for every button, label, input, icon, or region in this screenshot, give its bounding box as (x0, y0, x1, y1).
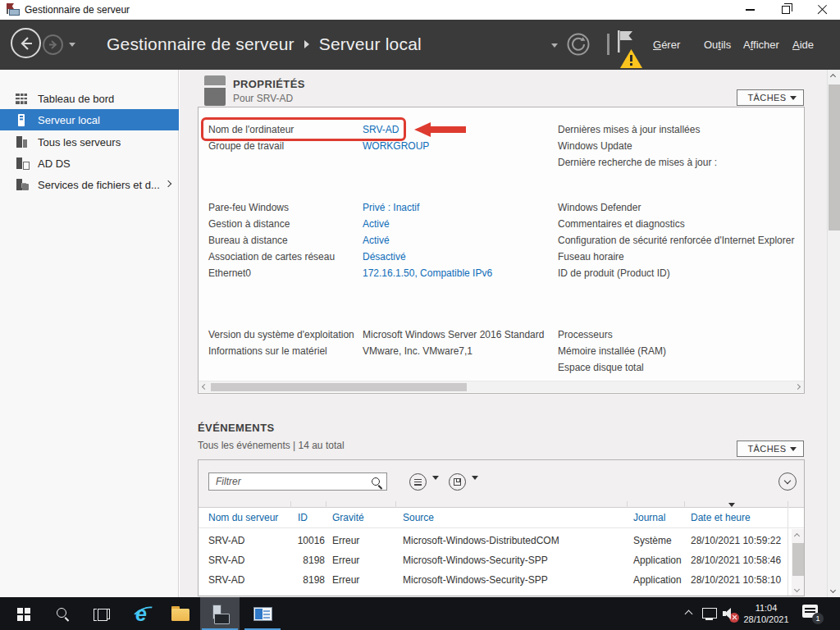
property-label: Configuration de sécurité renforcée d'In… (558, 232, 794, 249)
save-query-button[interactable] (449, 473, 466, 491)
close-icon (817, 5, 828, 16)
server-manager-icon (210, 604, 230, 623)
scroll-left-icon[interactable] (202, 384, 208, 390)
remote-management-link[interactable]: Activé (363, 216, 390, 232)
filter-input[interactable] (209, 473, 386, 490)
menu-outils[interactable]: Outils (704, 37, 731, 53)
task-view-button[interactable] (84, 597, 120, 630)
cell-source: Microsoft-Windows-Security-SPP (403, 550, 548, 570)
file-services-icon (15, 179, 29, 191)
breadcrumb-dropdown-button[interactable] (551, 43, 558, 48)
events-vertical-scrollbar[interactable] (792, 529, 805, 596)
tray-show-hidden-icons-button[interactable] (685, 610, 693, 619)
taskbar-search-button[interactable] (44, 597, 80, 630)
property-label: Espace disque total (558, 359, 644, 376)
notification-badge: 1 (812, 613, 824, 624)
sidebar-item-tous-les-serveurs[interactable]: Tous les serveurs (0, 131, 179, 153)
cell-datetime: 28/10/2021 10:58:10 (691, 570, 781, 590)
scroll-up-icon[interactable] (794, 533, 800, 539)
column-header-severity[interactable]: Gravité (332, 508, 364, 527)
network-icon[interactable] (702, 608, 716, 618)
ethernet-link[interactable]: 172.16.1.50, Compatible IPv6 (363, 265, 492, 281)
history-dropdown-button[interactable] (69, 43, 75, 47)
sidebar-item-ad-ds[interactable]: AD DS (0, 153, 179, 174)
breadcrumb-current[interactable]: Serveur local (319, 34, 422, 54)
toolbar-separator (607, 34, 609, 55)
event-row[interactable]: SRV-AD 8198 Erreur Microsoft-Windows-Sec… (199, 550, 789, 570)
cell-journal: Application (633, 550, 682, 570)
close-button[interactable] (804, 0, 840, 20)
cell-id: 10016 (272, 531, 325, 550)
scrollbar-thumb[interactable] (211, 383, 467, 391)
admin-tool-taskbar-button[interactable] (243, 597, 282, 630)
refresh-icon (567, 33, 590, 56)
menu-afficher[interactable]: Afficher (743, 37, 779, 53)
volume-muted-icon[interactable] (723, 607, 739, 620)
saved-queries-dropdown[interactable] (432, 480, 439, 495)
tray-date: 28/10/2021 (743, 614, 788, 625)
saved-queries-button[interactable] (409, 473, 427, 491)
chevron-down-icon (472, 476, 478, 494)
column-header-source[interactable]: Source (403, 508, 434, 527)
scrollbar-thumb[interactable] (792, 543, 804, 576)
properties-tasks-button[interactable]: TÂCHES (737, 89, 804, 106)
server-manager-taskbar-button[interactable] (200, 597, 240, 630)
sidebar-item-tableau-de-bord[interactable]: Tableau de bord (0, 88, 179, 109)
collapse-panel-button[interactable] (778, 472, 797, 491)
remote-desktop-link[interactable]: Activé (363, 232, 390, 249)
file-explorer-button[interactable] (162, 597, 199, 630)
navigation-bar: Gestionnaire de serveur Serveur local Gé… (0, 20, 840, 70)
scroll-right-icon[interactable] (795, 384, 801, 390)
firewall-link[interactable]: Privé : Inactif (363, 199, 419, 216)
tray-clock[interactable]: 11:04 28/10/2021 (740, 602, 792, 625)
internet-explorer-icon: e (135, 604, 147, 624)
refresh-button[interactable] (567, 33, 590, 56)
forward-button[interactable] (43, 34, 63, 55)
event-row[interactable]: SRV-AD 10016 Erreur Microsoft-Windows-Di… (199, 531, 789, 550)
notifications-flag-button[interactable] (617, 30, 650, 69)
search-icon[interactable] (371, 477, 382, 488)
scrollbar-thumb[interactable] (829, 84, 840, 231)
back-button[interactable] (11, 28, 41, 58)
property-row: Pare-feu WindowsPrivé : Inactif (208, 199, 419, 216)
list-icon (414, 479, 422, 486)
menu-gerer[interactable]: Gérer (653, 37, 680, 53)
task-view-icon (94, 608, 110, 620)
event-row[interactable]: SRV-AD 8198 Erreur Microsoft-Windows-Sec… (199, 570, 789, 590)
scroll-down-icon[interactable] (830, 587, 836, 593)
events-tasks-button[interactable]: TÂCHES (737, 441, 804, 457)
internet-explorer-button[interactable]: e (123, 597, 159, 630)
sidebar-item-label: Tableau de bord (38, 93, 114, 105)
local-server-icon (15, 114, 29, 126)
minimize-button[interactable] (732, 0, 768, 20)
properties-horizontal-scrollbar[interactable] (199, 381, 804, 392)
scroll-up-icon[interactable] (830, 74, 836, 80)
property-row: Bureau à distanceActivé (208, 232, 390, 249)
property-row: Version du système d'exploitationMicroso… (208, 326, 544, 343)
os-version-value: Microsoft Windows Server 2016 Standard (363, 326, 544, 343)
action-center-button[interactable]: 1 (802, 605, 822, 623)
minimize-icon (746, 9, 755, 11)
restore-button[interactable] (768, 0, 804, 20)
sidebar-item-services-fichiers[interactable]: Services de fichiers et d... (0, 174, 179, 195)
page-vertical-scrollbar[interactable] (827, 70, 840, 597)
column-header-journal[interactable]: Journal (633, 508, 665, 527)
column-header-datetime[interactable]: Date et heure (691, 508, 751, 527)
start-button[interactable] (5, 597, 41, 630)
sort-indicator-icon (728, 503, 735, 507)
properties-subtitle: Pour SRV-AD (233, 93, 293, 104)
breadcrumb-separator-icon (304, 40, 309, 48)
folder-icon (171, 609, 189, 621)
red-annotation-arrow (414, 122, 466, 137)
restore-icon (782, 6, 790, 14)
column-header-server[interactable]: Nom du serveur (208, 508, 278, 527)
save-query-dropdown[interactable] (472, 480, 478, 495)
property-label: Dernières mises à jour installées (558, 121, 700, 138)
sidebar-item-serveur-local[interactable]: Serveur local (0, 109, 179, 130)
nic-teaming-link[interactable]: Désactivé (363, 249, 406, 265)
cell-source: Microsoft-Windows-Security-SPP (403, 570, 548, 590)
breadcrumb-root[interactable]: Gestionnaire de serveur (107, 34, 294, 54)
column-header-id[interactable]: ID (298, 508, 308, 527)
scroll-down-icon[interactable] (794, 587, 800, 592)
menu-aide[interactable]: Aide (792, 37, 814, 53)
